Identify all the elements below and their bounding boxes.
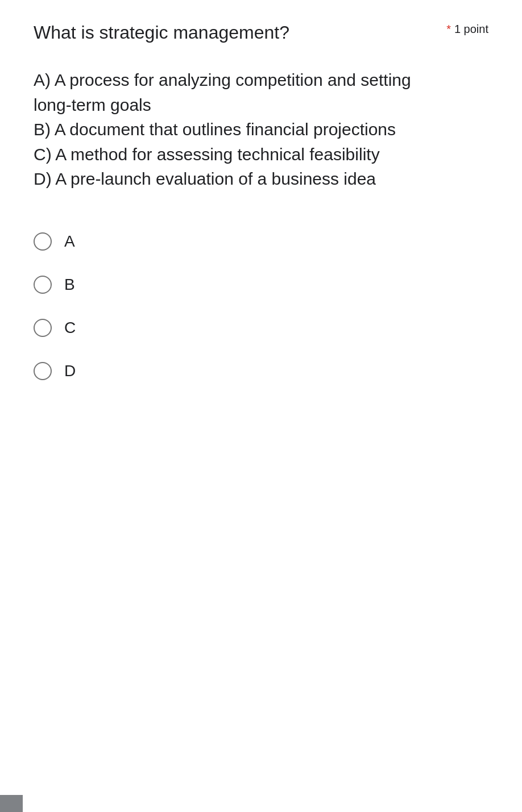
radio-option-b[interactable]: B [34, 263, 488, 306]
question-header: What is strategic management? * 1 point [34, 20, 488, 45]
radio-circle-d[interactable] [34, 362, 52, 380]
radio-circle-a[interactable] [34, 232, 52, 251]
points-container: * 1 point [446, 23, 488, 36]
option-d-text: D) A pre-launch evaluation of a business… [34, 169, 376, 188]
question-text: What is strategic management? [34, 20, 289, 45]
radio-options-group: A B C D [34, 220, 488, 393]
required-star: * [446, 23, 451, 36]
radio-circle-b[interactable] [34, 276, 52, 294]
option-a-text: A) A process for analyzing competition a… [34, 70, 411, 114]
radio-label-c: C [64, 319, 76, 337]
bottom-bar [0, 795, 23, 812]
radio-option-d[interactable]: D [34, 349, 488, 393]
option-b-text: B) A document that outlines financial pr… [34, 120, 396, 139]
radio-label-d: D [64, 362, 76, 380]
radio-label-a: A [64, 232, 75, 251]
option-c-text: C) A method for assessing technical feas… [34, 145, 380, 164]
radio-label-b: B [64, 276, 75, 294]
radio-option-a[interactable]: A [34, 220, 488, 263]
points-label: 1 point [454, 23, 488, 36]
radio-option-c[interactable]: C [34, 306, 488, 349]
radio-circle-c[interactable] [34, 319, 52, 337]
options-text-block: A) A process for analyzing competition a… [34, 68, 443, 191]
